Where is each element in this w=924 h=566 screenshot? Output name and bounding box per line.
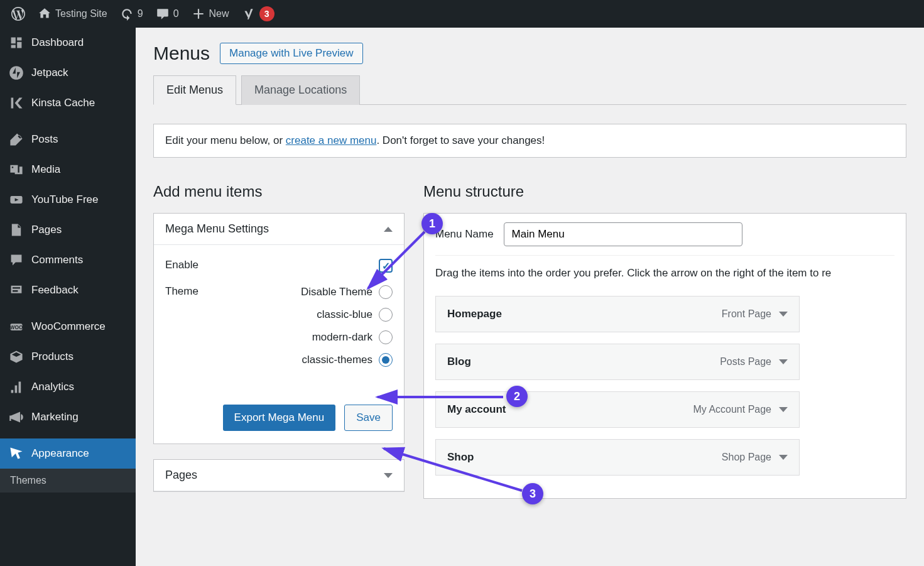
menu-item-type: Posts Page	[720, 356, 788, 367]
add-menu-items-column: Add menu items Mega Menu Settings Enable…	[153, 183, 405, 507]
sidebar-item-media[interactable]: Media	[0, 155, 136, 185]
products-icon	[9, 349, 24, 364]
edit-menu-notice: Edit your menu below, or create a new me…	[153, 124, 906, 158]
menu-item-title: Homepage	[447, 308, 502, 320]
pages-icon	[9, 222, 24, 237]
radio-icon	[379, 285, 393, 299]
mega-menu-settings-box: Mega Menu Settings Enable Theme Disable …	[153, 213, 405, 444]
menu-name-label: Menu Name	[435, 228, 494, 241]
menu-item-type: Front Page	[722, 308, 788, 320]
menu-item-title: Shop	[447, 451, 474, 464]
new-content-link[interactable]: New	[185, 0, 236, 28]
collapse-icon	[384, 227, 393, 232]
wordpress-icon	[11, 7, 25, 21]
tab-bar: Edit MenusManage Locations	[153, 75, 906, 105]
svg-text:WOO: WOO	[10, 324, 23, 330]
menu-item-title: Blog	[447, 356, 471, 368]
menu-structure-column: Menu structure Menu Name Drag the items …	[423, 183, 906, 507]
pages-box-header[interactable]: Pages	[154, 460, 404, 491]
dashboard-icon	[9, 35, 24, 50]
sidebar-item-posts[interactable]: Posts	[0, 124, 136, 155]
sidebar-item-label: YouTube Free	[31, 193, 98, 206]
add-menu-items-heading: Add menu items	[153, 183, 405, 200]
comments-icon	[9, 253, 24, 268]
menu-structure-item[interactable]: HomepageFront Page	[435, 296, 800, 332]
save-button[interactable]: Save	[344, 405, 393, 431]
theme-option-classic-blue[interactable]: classic-blue	[301, 308, 393, 322]
menu-structure-item[interactable]: ShopShop Page	[435, 439, 800, 476]
notification-badge: 3	[259, 6, 274, 21]
drag-help-text: Drag the items into the order you prefer…	[435, 267, 894, 280]
sidebar-item-label: Posts	[31, 133, 58, 146]
wp-logo[interactable]	[5, 0, 31, 28]
yoast-link[interactable]: 3	[236, 0, 281, 28]
menu-item-type: Shop Page	[722, 452, 788, 463]
sidebar-item-label: Dashboard	[31, 36, 84, 49]
sidebar-item-label: Feedback	[31, 284, 79, 297]
sidebar-item-label: Kinsta Cache	[31, 97, 95, 109]
svg-point-0	[9, 66, 23, 80]
theme-option-modern-dark[interactable]: modern-dark	[301, 330, 393, 344]
site-home-link[interactable]: Testing Site	[31, 0, 114, 28]
enable-label: Enable	[165, 259, 198, 271]
theme-option-classic-themes[interactable]: classic-themes	[301, 353, 393, 367]
sidebar-item-dashboard[interactable]: Dashboard	[0, 28, 136, 58]
tab-edit-menus[interactable]: Edit Menus	[153, 75, 236, 105]
update-icon	[120, 7, 134, 21]
updates-link[interactable]: 9	[114, 0, 149, 28]
admin-toolbar: Testing Site 9 0 New 3	[0, 0, 924, 28]
youtube-icon	[9, 192, 24, 207]
sidebar-sub-item-themes[interactable]: Themes	[0, 469, 136, 493]
export-mega-menu-button[interactable]: Export Mega Menu	[223, 405, 336, 431]
create-new-menu-link[interactable]: create a new menu	[286, 134, 377, 146]
sidebar-item-label: Analytics	[31, 381, 74, 393]
plus-icon	[192, 7, 205, 21]
menu-item-title: My account	[447, 403, 506, 416]
expand-icon[interactable]	[779, 455, 788, 460]
expand-icon[interactable]	[779, 359, 788, 364]
sidebar-item-label: Marketing	[31, 411, 79, 423]
expand-icon[interactable]	[779, 407, 788, 412]
expand-icon[interactable]	[779, 312, 788, 317]
media-icon	[9, 162, 24, 177]
posts-icon	[9, 132, 24, 147]
sidebar-item-products[interactable]: Products	[0, 342, 136, 372]
kinsta-icon	[9, 95, 24, 111]
sidebar-item-pages[interactable]: Pages	[0, 215, 136, 245]
appearance-icon	[9, 446, 24, 461]
sidebar-item-appearance[interactable]: Appearance	[0, 438, 136, 469]
menu-name-input[interactable]	[504, 222, 742, 246]
menu-structure-item[interactable]: BlogPosts Page	[435, 344, 800, 380]
theme-option-disable-theme[interactable]: Disable Theme	[301, 285, 393, 299]
theme-label: Theme	[165, 285, 198, 298]
expand-icon	[384, 473, 393, 478]
sidebar-item-woocommerce[interactable]: WOOWooCommerce	[0, 312, 136, 342]
menu-structure-heading: Menu structure	[423, 183, 906, 200]
marketing-icon	[9, 410, 24, 425]
enable-checkbox[interactable]	[379, 259, 393, 273]
comment-icon	[156, 7, 170, 21]
sidebar-item-label: Comments	[31, 254, 83, 266]
sidebar-item-label: Products	[31, 351, 73, 363]
comments-link[interactable]: 0	[149, 0, 185, 28]
sidebar-item-label: Jetpack	[31, 67, 68, 79]
yoast-icon	[242, 7, 256, 21]
tab-manage-locations[interactable]: Manage Locations	[241, 75, 360, 105]
new-label: New	[209, 8, 229, 19]
menu-item-type: My Account Page	[693, 404, 788, 415]
live-preview-button[interactable]: Manage with Live Preview	[220, 43, 362, 64]
sidebar-item-label: Pages	[31, 224, 62, 236]
radio-icon	[379, 330, 393, 344]
menu-structure-item[interactable]: My accountMy Account Page	[435, 391, 800, 428]
mega-menu-settings-header[interactable]: Mega Menu Settings	[154, 214, 404, 245]
sidebar-item-label: Media	[31, 163, 60, 176]
sidebar-item-youtube-free[interactable]: YouTube Free	[0, 185, 136, 215]
pages-box: Pages	[153, 459, 405, 492]
sidebar-item-kinsta-cache[interactable]: Kinsta Cache	[0, 88, 136, 118]
sidebar-item-analytics[interactable]: Analytics	[0, 372, 136, 402]
sidebar-item-comments[interactable]: Comments	[0, 245, 136, 275]
admin-sidebar: DashboardJetpackKinsta CachePostsMediaYo…	[0, 28, 136, 566]
sidebar-item-jetpack[interactable]: Jetpack	[0, 58, 136, 88]
sidebar-item-feedback[interactable]: Feedback	[0, 275, 136, 305]
sidebar-item-marketing[interactable]: Marketing	[0, 402, 136, 432]
